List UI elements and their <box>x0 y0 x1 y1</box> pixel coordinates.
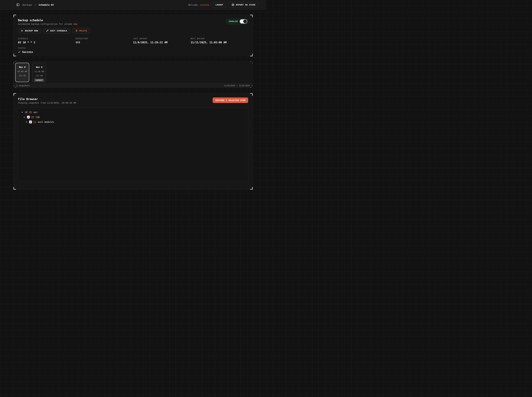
field-value: ttt <box>76 41 133 44</box>
lifebuoy-icon <box>231 3 234 6</box>
enabled-toggle-switch[interactable] <box>240 19 247 24</box>
corner-bracket <box>13 187 16 190</box>
volume-name: sss <box>73 23 77 25</box>
corner-bracket <box>250 85 253 88</box>
snapshots-footer: 2 snapshots 11/8/2025 – 11/8/2025 <box>14 83 252 87</box>
enabled-toggle-pill[interactable]: ENABLED <box>226 19 248 24</box>
logout-button[interactable]: LOGOUT <box>213 2 226 8</box>
logout-button-label: LOGOUT <box>215 4 223 6</box>
enabled-label: ENABLED <box>229 20 238 23</box>
file-browser-title: File Browser <box>18 98 76 101</box>
snapshot-date-range: 11/8/2025 – 11/8/2025 <box>224 84 250 87</box>
file-browser-subtitle: Viewing snapshot from 11/8/2025, 10:09:1… <box>18 101 76 104</box>
top-bar: Backups Schedule #3 Welcome, nicolas LOG… <box>0 0 266 10</box>
username: nicolas <box>200 4 209 6</box>
corner-bracket <box>14 85 16 88</box>
report-issue-button-label: REPORT AN ISSUE <box>236 4 255 6</box>
snapshots-panel: Nov 8 10:09 AM 133 KB Nov 8 11:26 AM 133… <box>14 61 253 88</box>
field-value: 02 10 * * 2 <box>18 41 76 44</box>
tree-item-label: ossl-modules <box>38 121 54 123</box>
corner-bracket <box>250 93 253 96</box>
snapshot-strip: Nov 8 10:09 AM 133 KB Nov 8 11:26 AM 133… <box>14 61 252 84</box>
latest-badge: Latest <box>34 79 44 82</box>
pencil-icon <box>46 30 49 32</box>
backup-now-button-label: BACKUP NOW <box>25 30 38 32</box>
field-repository: REPOSITORY ttt <box>76 37 133 44</box>
status-value: Success <box>22 50 33 54</box>
file-browser-card: File Browser Viewing snapshot from 11/8/… <box>14 93 253 189</box>
schedule-actions: BACKUP NOW EDIT SCHEDULE DELETE <box>18 28 248 34</box>
backup-schedule-card: Backup schedule Automated backup configu… <box>14 15 253 56</box>
tree-row-lib[interactable]: lib <box>20 115 246 119</box>
edit-schedule-button[interactable]: EDIT SCHEDULE <box>43 28 70 34</box>
corner-bracket <box>250 54 253 56</box>
breadcrumb: Backups Schedule #3 <box>16 2 54 7</box>
trash-icon <box>75 30 78 32</box>
snapshot-size: 133 KB <box>19 74 26 77</box>
chevron-down-icon[interactable] <box>23 116 25 118</box>
corner-bracket <box>13 54 16 56</box>
topbar-right: Welcome, nicolas LOGOUT REPORT AN ISSUE <box>188 2 258 8</box>
folder-open-icon <box>31 116 34 118</box>
field-status: STATUS Success <box>18 47 248 54</box>
file-browser-header: File Browser Viewing snapshot from 11/8/… <box>18 98 76 104</box>
field-schedule: SCHEDULE 02 10 * * 2 <box>18 37 76 44</box>
panel-left-icon <box>16 3 20 6</box>
breadcrumb-section[interactable]: Backups <box>23 4 32 6</box>
corner-bracket <box>13 15 16 17</box>
schedule-info-grid: SCHEDULE 02 10 * * 2 REPOSITORY ttt LAST… <box>18 37 248 44</box>
snapshot-count: 2 snapshots <box>16 84 30 87</box>
corner-bracket <box>13 93 16 96</box>
file-tree: usr lib <box>18 108 248 181</box>
status-label: STATUS <box>18 47 248 49</box>
field-value: 11/8/2025, 11:26:22 AM <box>133 41 191 44</box>
tree-item-label: lib <box>36 116 40 118</box>
field-label: NEXT BACKUP <box>191 37 248 40</box>
sidebar-toggle-button[interactable] <box>16 2 20 7</box>
checkbox-lib[interactable] <box>27 116 30 118</box>
report-issue-button[interactable]: REPORT AN ISSUE <box>229 2 258 8</box>
snapshot-card[interactable]: Nov 8 11:26 AM 133 KB Latest <box>32 63 46 82</box>
snapshot-date: Nov 8 <box>19 66 26 68</box>
tree-row-usr[interactable]: usr <box>20 110 246 115</box>
field-last-backup: LAST BACKUP 11/8/2025, 11:26:22 AM <box>133 37 191 44</box>
tree-item-label: usr <box>33 111 38 113</box>
snapshot-card-selected[interactable]: Nov 8 10:09 AM 133 KB <box>15 63 29 82</box>
field-label: LAST BACKUP <box>133 37 191 40</box>
corner-bracket <box>250 15 253 17</box>
toggle-knob <box>243 20 247 23</box>
snapshot-time: 10:09 AM <box>17 70 27 73</box>
field-label: SCHEDULE <box>18 37 76 40</box>
checkbox-usr[interactable] <box>25 111 28 114</box>
snapshot-size: 133 KB <box>35 74 43 77</box>
chevron-right-icon <box>34 4 36 6</box>
check-icon <box>18 51 20 53</box>
chevron-right-icon[interactable] <box>25 121 28 123</box>
play-icon <box>21 30 23 32</box>
welcome-text: Welcome, nicolas <box>188 4 209 6</box>
backup-now-button[interactable]: BACKUP NOW <box>18 28 41 34</box>
field-value: 11/11/2025, 11:02:00 AM <box>191 41 248 44</box>
schedule-card-header: Backup schedule Automated backup configu… <box>18 19 77 25</box>
corner-bracket <box>250 61 253 64</box>
field-next-backup: NEXT BACKUP 11/11/2025, 11:02:00 AM <box>191 37 248 44</box>
schedule-card-subtitle: Automated backup configuration for volum… <box>18 23 77 25</box>
breadcrumb-page: Schedule #3 <box>39 4 54 6</box>
folder-icon <box>33 121 36 124</box>
snapshot-date: Nov 8 <box>36 66 43 68</box>
snapshot-time: 11:26 AM <box>34 70 44 73</box>
corner-bracket <box>14 61 16 64</box>
delete-button-label: DELETE <box>79 30 87 32</box>
chevron-down-icon[interactable] <box>21 111 23 113</box>
restore-button[interactable]: RESTORE 1 SELECTED ITEM <box>213 98 248 103</box>
delete-button[interactable]: DELETE <box>72 28 90 34</box>
corner-bracket <box>250 187 253 190</box>
folder-open-icon <box>29 111 32 114</box>
field-label: REPOSITORY <box>76 37 133 40</box>
tree-row-ossl-modules[interactable]: ossl-modules <box>20 119 246 124</box>
checkbox-ossl-modules[interactable] <box>29 120 32 124</box>
edit-schedule-button-label: EDIT SCHEDULE <box>50 30 67 32</box>
schedule-card-title: Backup schedule <box>18 19 77 22</box>
